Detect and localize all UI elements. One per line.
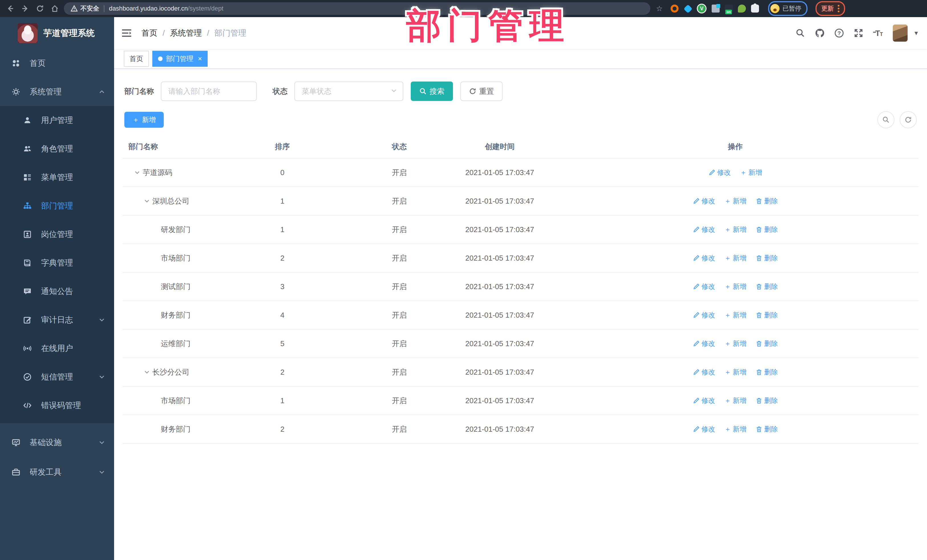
add-child-link[interactable]: ＋新增 [724,396,746,405]
add-button[interactable]: ＋ 新增 [125,112,164,128]
delete-link[interactable]: 删除 [755,311,778,320]
bookmark-star-icon[interactable]: ☆ [656,5,663,12]
reset-button[interactable]: 重置 [460,82,503,101]
help-icon[interactable]: ? [832,26,846,40]
sidebar-item-menus[interactable]: 菜单管理 [0,163,114,191]
extension-icon-orange[interactable] [670,5,679,12]
forward-icon[interactable] [20,3,31,14]
edit-link[interactable]: 修改 [693,253,715,263]
extension-icon-grid[interactable] [712,5,720,12]
delete-link[interactable]: 删除 [755,425,778,434]
sidebar-item-dev-tools[interactable]: 研发工具 [0,457,114,487]
edit-link[interactable]: 修改 [693,396,715,405]
edit-link[interactable]: 修改 [693,425,715,434]
security-warning[interactable]: 不安全 [71,4,99,13]
add-child-link[interactable]: ＋新增 [724,367,746,377]
edit-link[interactable]: 修改 [693,311,715,320]
collapse-caret-icon[interactable] [144,198,150,204]
reload-icon[interactable] [34,3,46,14]
sidebar-item-error-codes[interactable]: 错误码管理 [0,391,114,420]
user-avatar[interactable] [893,24,907,42]
chevron-up-icon [99,89,105,95]
collapse-caret-icon[interactable] [134,169,140,176]
edit-link[interactable]: 修改 [708,168,731,177]
extensions-puzzle-icon[interactable] [751,5,759,12]
sidebar-item-audit-logs[interactable]: 审计日志 [0,306,114,334]
gear-icon [11,87,21,96]
add-child-link[interactable]: ＋新增 [724,196,746,206]
edit-link[interactable]: 修改 [693,282,715,291]
status-cell: 开启 [351,225,447,235]
edit-link[interactable]: 修改 [693,196,715,206]
home-icon[interactable] [49,3,61,14]
dept-name-input[interactable] [161,82,257,101]
fullscreen-icon[interactable] [852,26,865,40]
sidebar-item-posts[interactable]: 岗位管理 [0,220,114,249]
collapse-caret-icon[interactable] [144,369,150,375]
github-icon[interactable] [813,26,827,40]
back-icon[interactable] [5,3,16,14]
address-bar[interactable]: 不安全 dashboard.yudao.iocoder.cn/system/de… [64,2,650,15]
status-cell: 开启 [351,282,447,292]
edit-link[interactable]: 修改 [693,339,715,348]
delete-link[interactable]: 删除 [755,339,778,348]
add-child-link[interactable]: ＋新增 [724,282,746,291]
add-child-link[interactable]: ＋新增 [724,425,746,434]
dept-name-cell: 深圳总公司 [152,196,189,206]
toggle-search-button[interactable] [877,111,895,128]
extension-icon-gem[interactable] [684,5,692,12]
sidebar-item-online-users[interactable]: 在线用户 [0,334,114,363]
sidebar-item-departments[interactable]: 部门管理 [0,191,114,220]
tab-home[interactable]: 首页 [124,51,149,67]
breadcrumb-home[interactable]: 首页 [141,28,158,38]
delete-link[interactable]: 删除 [755,253,778,263]
browser-update-button[interactable]: 更新 [816,1,845,16]
tab-dept[interactable]: 部门管理 × [152,51,208,67]
sidebar-item-infrastructure[interactable]: 基础设施 [0,428,114,457]
add-child-link[interactable]: ＋新增 [724,253,746,263]
delete-link[interactable]: 删除 [755,367,778,377]
add-child-link[interactable]: ＋新增 [724,311,746,320]
extension-icon-on-badge[interactable]: on [725,5,733,12]
sidebar-item-users[interactable]: 用户管理 [0,106,114,135]
sidebar-logo[interactable]: 芋道管理系统 [0,17,114,49]
add-child-link[interactable]: ＋新增 [724,225,746,234]
chevron-down-icon [99,469,105,475]
sidebar-item-dicts[interactable]: 字典管理 [0,249,114,277]
created-cell: 2021-01-05 17:03:47 [447,282,552,291]
sidebar-item-system[interactable]: 系统管理 [0,77,114,106]
url-text[interactable]: dashboard.yudao.iocoder.cn/system/dept [109,5,223,12]
extension-icon-leaf[interactable] [738,5,746,12]
breadcrumb-system[interactable]: 系统管理 [170,28,202,38]
search-icon[interactable] [793,26,807,40]
refresh-icon [469,88,476,95]
edit-link[interactable]: 修改 [693,367,715,377]
edit-icon [693,226,700,233]
add-child-link[interactable]: ＋新增 [724,339,746,348]
status-select[interactable]: 菜单状态 [294,82,403,101]
sidebar-item-sms[interactable]: 短信管理 [0,363,114,391]
delete-link[interactable]: 删除 [755,396,778,405]
monitor-icon [11,438,21,447]
sidebar-item-roles[interactable]: 角色管理 [0,135,114,163]
sidebar-item-notices[interactable]: 通知公告 [0,277,114,306]
svg-text:?: ? [837,30,841,36]
edit-link[interactable]: 修改 [693,225,715,234]
book-icon [23,258,32,267]
refresh-table-button[interactable] [900,111,917,128]
sidebar-item-home[interactable]: 首页 [0,49,114,77]
avatar-caret-down-icon[interactable]: ▼ [913,30,919,36]
delete-link[interactable]: 删除 [755,196,778,206]
font-size-icon[interactable]: TT [871,26,885,40]
close-icon[interactable]: × [198,55,202,63]
browser-profile-badge[interactable]: 已暂停 [768,1,807,16]
hamburger-icon[interactable] [116,23,137,43]
add-child-link[interactable]: ＋新增 [740,168,762,177]
browser-menu-icon[interactable] [838,5,839,12]
extension-icon-green-check[interactable]: V [697,4,707,14]
search-button[interactable]: 搜索 [411,82,453,101]
edit-icon [708,169,715,176]
delete-link[interactable]: 删除 [755,225,778,234]
delete-icon [755,369,763,375]
delete-link[interactable]: 删除 [755,282,778,291]
